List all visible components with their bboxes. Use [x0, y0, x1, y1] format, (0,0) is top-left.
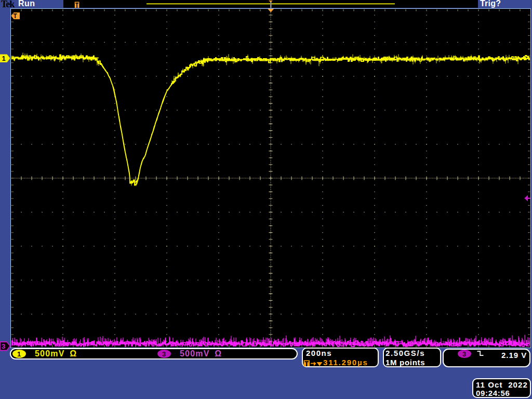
- svg-text:T: T: [14, 12, 18, 20]
- svg-text:1: 1: [2, 55, 5, 62]
- svg-text:3: 3: [2, 342, 5, 350]
